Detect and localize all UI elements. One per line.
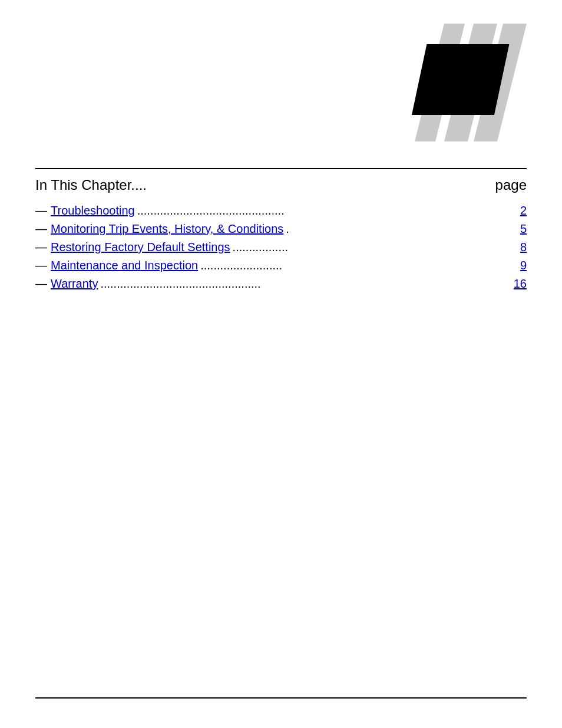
toc-link-maintenance[interactable]: Maintenance and Inspection (51, 259, 198, 272)
toc-dash: — (35, 204, 47, 218)
chapter-title: In This Chapter.... (35, 177, 147, 193)
toc-dash: — (35, 259, 47, 272)
list-item: — Troubleshooting ......................… (35, 204, 527, 218)
list-item: — Restoring Factory Default Settings ...… (35, 241, 527, 254)
toc-dots: ........................................… (100, 277, 511, 291)
content-area: In This Chapter.... page — Troubleshooti… (35, 177, 527, 295)
logo-area (379, 18, 544, 153)
list-item: — Monitoring Trip Events, History, & Con… (35, 222, 527, 236)
list-item: — Maintenance and Inspection ...........… (35, 259, 527, 272)
toc-link-warranty[interactable]: Warranty (51, 277, 98, 291)
toc-dash: — (35, 277, 47, 291)
toc-link-restoring[interactable]: Restoring Factory Default Settings (51, 241, 230, 254)
toc-page-troubleshooting[interactable]: 2 (520, 204, 527, 218)
toc-dash: — (35, 222, 47, 236)
svg-marker-3 (412, 44, 510, 115)
toc-dots: ........................................… (137, 204, 518, 218)
toc-dots: ......................... (200, 259, 518, 272)
toc-page-restoring[interactable]: 8 (520, 241, 527, 254)
toc-page-maintenance[interactable]: 9 (520, 259, 527, 272)
list-item: — Warranty .............................… (35, 277, 527, 291)
toc-list: — Troubleshooting ......................… (35, 204, 527, 291)
toc-dash: — (35, 241, 47, 254)
bottom-divider (35, 697, 527, 699)
top-divider (35, 168, 527, 169)
toc-page-monitoring[interactable]: 5 (520, 222, 527, 236)
page-container: In This Chapter.... page — Troubleshooti… (0, 0, 562, 728)
toc-dots: . (286, 222, 518, 236)
toc-link-troubleshooting[interactable]: Troubleshooting (51, 204, 135, 218)
toc-dots: ................. (233, 241, 518, 254)
toc-page-warranty[interactable]: 16 (514, 277, 527, 291)
page-label: page (495, 177, 527, 193)
logo-icon (379, 18, 544, 153)
toc-link-monitoring[interactable]: Monitoring Trip Events, History, & Condi… (51, 222, 283, 236)
chapter-header: In This Chapter.... page (35, 177, 527, 193)
